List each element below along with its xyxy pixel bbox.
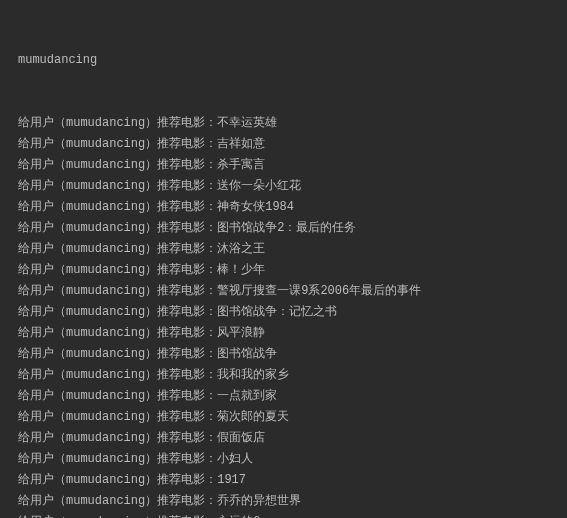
- recommendation-line: 给用户（mumudancing）推荐电影：神奇女侠1984: [18, 197, 549, 218]
- recommendation-line: 给用户（mumudancing）推荐电影：我和我的家乡: [18, 365, 549, 386]
- recommendation-line: 给用户（mumudancing）推荐电影：图书馆战争：记忆之书: [18, 302, 549, 323]
- recommendation-line: 给用户（mumudancing）推荐电影：一点就到家: [18, 386, 549, 407]
- recommendation-line: 给用户（mumudancing）推荐电影：送你一朵小红花: [18, 176, 549, 197]
- recommendation-line: 给用户（mumudancing）推荐电影：吉祥如意: [18, 134, 549, 155]
- recommendation-line: 给用户（mumudancing）推荐电影：假面饭店: [18, 428, 549, 449]
- recommendation-line: 给用户（mumudancing）推荐电影：棒！少年: [18, 260, 549, 281]
- recommendation-line: 给用户（mumudancing）推荐电影：不幸运英雄: [18, 113, 549, 134]
- recommendation-line: 给用户（mumudancing）推荐电影：永远的0: [18, 512, 549, 518]
- console-output: mumudancing 给用户（mumudancing）推荐电影：不幸运英雄给用…: [0, 0, 567, 518]
- recommendation-line: 给用户（mumudancing）推荐电影：1917: [18, 470, 549, 491]
- recommendation-line: 给用户（mumudancing）推荐电影：图书馆战争2：最后的任务: [18, 218, 549, 239]
- recommendation-line: 给用户（mumudancing）推荐电影：警视厅搜查一课9系2006年最后的事件: [18, 281, 549, 302]
- recommendation-line: 给用户（mumudancing）推荐电影：图书馆战争: [18, 344, 549, 365]
- recommendation-line: 给用户（mumudancing）推荐电影：小妇人: [18, 449, 549, 470]
- recommendation-line: 给用户（mumudancing）推荐电影：风平浪静: [18, 323, 549, 344]
- header-line: mumudancing: [18, 50, 549, 71]
- recommendation-line: 给用户（mumudancing）推荐电影：乔乔的异想世界: [18, 491, 549, 512]
- recommendation-list: 给用户（mumudancing）推荐电影：不幸运英雄给用户（mumudancin…: [18, 113, 549, 518]
- recommendation-line: 给用户（mumudancing）推荐电影：菊次郎的夏天: [18, 407, 549, 428]
- recommendation-line: 给用户（mumudancing）推荐电影：沐浴之王: [18, 239, 549, 260]
- recommendation-line: 给用户（mumudancing）推荐电影：杀手寓言: [18, 155, 549, 176]
